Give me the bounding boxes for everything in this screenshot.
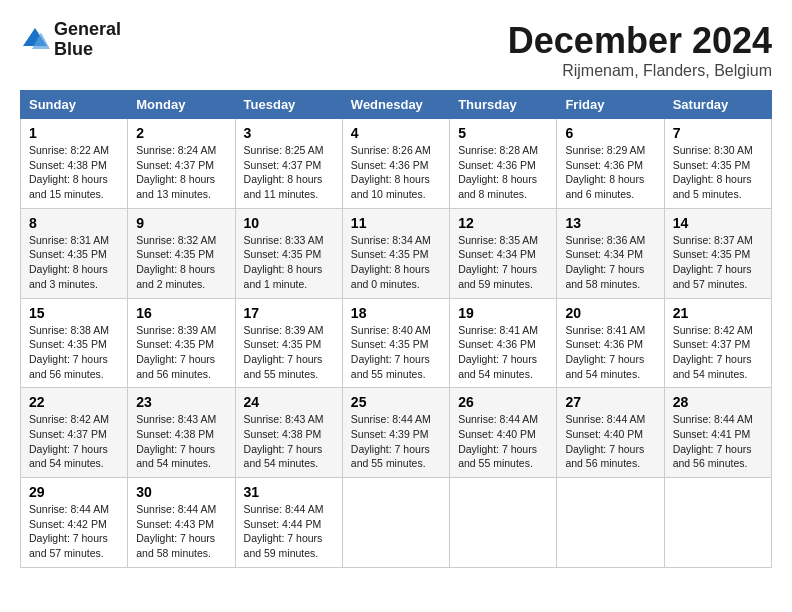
calendar-cell: 5Sunrise: 8:28 AMSunset: 4:36 PMDaylight… bbox=[450, 119, 557, 209]
calendar-cell: 28Sunrise: 8:44 AMSunset: 4:41 PMDayligh… bbox=[664, 388, 771, 478]
day-number: 11 bbox=[351, 215, 441, 231]
day-number: 22 bbox=[29, 394, 119, 410]
day-number: 21 bbox=[673, 305, 763, 321]
day-number: 18 bbox=[351, 305, 441, 321]
day-number: 28 bbox=[673, 394, 763, 410]
day-info: Sunrise: 8:33 AMSunset: 4:35 PMDaylight:… bbox=[244, 233, 334, 292]
calendar-cell: 15Sunrise: 8:38 AMSunset: 4:35 PMDayligh… bbox=[21, 298, 128, 388]
day-info: Sunrise: 8:44 AMSunset: 4:40 PMDaylight:… bbox=[565, 412, 655, 471]
calendar-cell: 27Sunrise: 8:44 AMSunset: 4:40 PMDayligh… bbox=[557, 388, 664, 478]
logo: General Blue bbox=[20, 20, 121, 60]
day-info: Sunrise: 8:34 AMSunset: 4:35 PMDaylight:… bbox=[351, 233, 441, 292]
calendar-cell: 31Sunrise: 8:44 AMSunset: 4:44 PMDayligh… bbox=[235, 478, 342, 568]
month-title: December 2024 bbox=[508, 20, 772, 62]
calendar-cell: 16Sunrise: 8:39 AMSunset: 4:35 PMDayligh… bbox=[128, 298, 235, 388]
day-info: Sunrise: 8:44 AMSunset: 4:43 PMDaylight:… bbox=[136, 502, 226, 561]
day-number: 2 bbox=[136, 125, 226, 141]
calendar-cell: 6Sunrise: 8:29 AMSunset: 4:36 PMDaylight… bbox=[557, 119, 664, 209]
header-day-saturday: Saturday bbox=[664, 91, 771, 119]
calendar-cell: 19Sunrise: 8:41 AMSunset: 4:36 PMDayligh… bbox=[450, 298, 557, 388]
calendar-cell: 8Sunrise: 8:31 AMSunset: 4:35 PMDaylight… bbox=[21, 208, 128, 298]
day-info: Sunrise: 8:44 AMSunset: 4:40 PMDaylight:… bbox=[458, 412, 548, 471]
day-info: Sunrise: 8:31 AMSunset: 4:35 PMDaylight:… bbox=[29, 233, 119, 292]
calendar-cell: 14Sunrise: 8:37 AMSunset: 4:35 PMDayligh… bbox=[664, 208, 771, 298]
day-number: 24 bbox=[244, 394, 334, 410]
day-info: Sunrise: 8:22 AMSunset: 4:38 PMDaylight:… bbox=[29, 143, 119, 202]
day-info: Sunrise: 8:35 AMSunset: 4:34 PMDaylight:… bbox=[458, 233, 548, 292]
calendar-cell: 20Sunrise: 8:41 AMSunset: 4:36 PMDayligh… bbox=[557, 298, 664, 388]
header: General Blue December 2024 Rijmenam, Fla… bbox=[20, 20, 772, 80]
header-day-friday: Friday bbox=[557, 91, 664, 119]
calendar-cell: 25Sunrise: 8:44 AMSunset: 4:39 PMDayligh… bbox=[342, 388, 449, 478]
day-number: 8 bbox=[29, 215, 119, 231]
day-info: Sunrise: 8:44 AMSunset: 4:39 PMDaylight:… bbox=[351, 412, 441, 471]
calendar-cell: 24Sunrise: 8:43 AMSunset: 4:38 PMDayligh… bbox=[235, 388, 342, 478]
day-number: 19 bbox=[458, 305, 548, 321]
calendar-cell: 13Sunrise: 8:36 AMSunset: 4:34 PMDayligh… bbox=[557, 208, 664, 298]
day-number: 10 bbox=[244, 215, 334, 231]
day-info: Sunrise: 8:42 AMSunset: 4:37 PMDaylight:… bbox=[29, 412, 119, 471]
day-number: 6 bbox=[565, 125, 655, 141]
header-day-monday: Monday bbox=[128, 91, 235, 119]
day-info: Sunrise: 8:36 AMSunset: 4:34 PMDaylight:… bbox=[565, 233, 655, 292]
calendar-cell: 12Sunrise: 8:35 AMSunset: 4:34 PMDayligh… bbox=[450, 208, 557, 298]
week-row-1: 1Sunrise: 8:22 AMSunset: 4:38 PMDaylight… bbox=[21, 119, 772, 209]
day-number: 3 bbox=[244, 125, 334, 141]
title-area: December 2024 Rijmenam, Flanders, Belgiu… bbox=[508, 20, 772, 80]
day-info: Sunrise: 8:25 AMSunset: 4:37 PMDaylight:… bbox=[244, 143, 334, 202]
day-info: Sunrise: 8:38 AMSunset: 4:35 PMDaylight:… bbox=[29, 323, 119, 382]
day-number: 12 bbox=[458, 215, 548, 231]
logo-text: General Blue bbox=[54, 20, 121, 60]
location-title: Rijmenam, Flanders, Belgium bbox=[508, 62, 772, 80]
day-info: Sunrise: 8:44 AMSunset: 4:41 PMDaylight:… bbox=[673, 412, 763, 471]
day-number: 27 bbox=[565, 394, 655, 410]
day-info: Sunrise: 8:24 AMSunset: 4:37 PMDaylight:… bbox=[136, 143, 226, 202]
day-info: Sunrise: 8:32 AMSunset: 4:35 PMDaylight:… bbox=[136, 233, 226, 292]
calendar-cell bbox=[664, 478, 771, 568]
calendar-cell: 1Sunrise: 8:22 AMSunset: 4:38 PMDaylight… bbox=[21, 119, 128, 209]
day-number: 31 bbox=[244, 484, 334, 500]
day-info: Sunrise: 8:41 AMSunset: 4:36 PMDaylight:… bbox=[458, 323, 548, 382]
calendar-cell bbox=[342, 478, 449, 568]
day-info: Sunrise: 8:39 AMSunset: 4:35 PMDaylight:… bbox=[136, 323, 226, 382]
day-number: 4 bbox=[351, 125, 441, 141]
week-row-4: 22Sunrise: 8:42 AMSunset: 4:37 PMDayligh… bbox=[21, 388, 772, 478]
calendar-cell: 3Sunrise: 8:25 AMSunset: 4:37 PMDaylight… bbox=[235, 119, 342, 209]
day-number: 26 bbox=[458, 394, 548, 410]
day-info: Sunrise: 8:42 AMSunset: 4:37 PMDaylight:… bbox=[673, 323, 763, 382]
day-info: Sunrise: 8:29 AMSunset: 4:36 PMDaylight:… bbox=[565, 143, 655, 202]
day-info: Sunrise: 8:43 AMSunset: 4:38 PMDaylight:… bbox=[244, 412, 334, 471]
day-info: Sunrise: 8:41 AMSunset: 4:36 PMDaylight:… bbox=[565, 323, 655, 382]
day-number: 14 bbox=[673, 215, 763, 231]
header-day-thursday: Thursday bbox=[450, 91, 557, 119]
day-info: Sunrise: 8:44 AMSunset: 4:44 PMDaylight:… bbox=[244, 502, 334, 561]
calendar-cell: 4Sunrise: 8:26 AMSunset: 4:36 PMDaylight… bbox=[342, 119, 449, 209]
header-row: SundayMondayTuesdayWednesdayThursdayFrid… bbox=[21, 91, 772, 119]
day-number: 5 bbox=[458, 125, 548, 141]
calendar-cell bbox=[450, 478, 557, 568]
calendar-cell bbox=[557, 478, 664, 568]
week-row-2: 8Sunrise: 8:31 AMSunset: 4:35 PMDaylight… bbox=[21, 208, 772, 298]
calendar-cell: 2Sunrise: 8:24 AMSunset: 4:37 PMDaylight… bbox=[128, 119, 235, 209]
calendar-cell: 10Sunrise: 8:33 AMSunset: 4:35 PMDayligh… bbox=[235, 208, 342, 298]
day-number: 25 bbox=[351, 394, 441, 410]
day-info: Sunrise: 8:39 AMSunset: 4:35 PMDaylight:… bbox=[244, 323, 334, 382]
day-number: 15 bbox=[29, 305, 119, 321]
calendar-cell: 9Sunrise: 8:32 AMSunset: 4:35 PMDaylight… bbox=[128, 208, 235, 298]
day-number: 9 bbox=[136, 215, 226, 231]
calendar-cell: 26Sunrise: 8:44 AMSunset: 4:40 PMDayligh… bbox=[450, 388, 557, 478]
week-row-5: 29Sunrise: 8:44 AMSunset: 4:42 PMDayligh… bbox=[21, 478, 772, 568]
day-info: Sunrise: 8:40 AMSunset: 4:35 PMDaylight:… bbox=[351, 323, 441, 382]
day-number: 1 bbox=[29, 125, 119, 141]
calendar-cell: 30Sunrise: 8:44 AMSunset: 4:43 PMDayligh… bbox=[128, 478, 235, 568]
calendar-cell: 7Sunrise: 8:30 AMSunset: 4:35 PMDaylight… bbox=[664, 119, 771, 209]
day-number: 16 bbox=[136, 305, 226, 321]
calendar-cell: 22Sunrise: 8:42 AMSunset: 4:37 PMDayligh… bbox=[21, 388, 128, 478]
calendar-table: SundayMondayTuesdayWednesdayThursdayFrid… bbox=[20, 90, 772, 568]
calendar-cell: 23Sunrise: 8:43 AMSunset: 4:38 PMDayligh… bbox=[128, 388, 235, 478]
header-day-sunday: Sunday bbox=[21, 91, 128, 119]
header-day-wednesday: Wednesday bbox=[342, 91, 449, 119]
day-info: Sunrise: 8:43 AMSunset: 4:38 PMDaylight:… bbox=[136, 412, 226, 471]
day-number: 7 bbox=[673, 125, 763, 141]
logo-icon bbox=[20, 25, 50, 55]
